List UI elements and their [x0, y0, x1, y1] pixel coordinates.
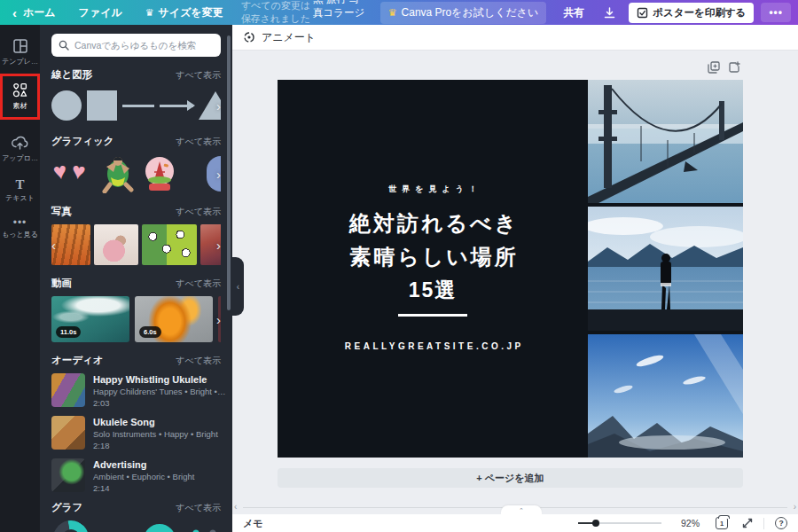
photo-thumbnail[interactable] [142, 224, 197, 265]
poster-title-line1[interactable]: 絶対訪れるべき [278, 209, 588, 238]
resize-button[interactable]: ♛ サイズを変更 [140, 5, 229, 20]
chevron-left-icon: ‹ [12, 6, 19, 20]
save-status: すべての変更は保存されました [241, 0, 313, 26]
video-duration-badge: 6.0s [139, 326, 161, 338]
audio-duration: 2:14 [93, 483, 194, 493]
chevron-right-icon[interactable]: › [216, 239, 221, 252]
poster-page[interactable]: 世界を見よう！ 絶対訪れるべき 素晴らしい場所 15選 REALLYGREATS… [278, 80, 743, 458]
section-title-shapes: 線と図形 [51, 68, 92, 82]
zoom-slider[interactable] [578, 518, 661, 528]
notes-button[interactable]: メモ [243, 517, 263, 530]
statusbar-divider [763, 518, 764, 529]
chevron-left-icon[interactable]: ‹ [51, 239, 56, 252]
sidebar-item-label: 素材 [13, 101, 27, 111]
more-options-button[interactable]: ••• [761, 3, 791, 22]
shape-line[interactable] [122, 105, 154, 107]
poster-photo-column [588, 80, 743, 458]
chart-pictogram[interactable] [190, 520, 219, 532]
video-duration-badge: 11.0s [56, 326, 81, 338]
help-button[interactable]: ? [775, 517, 787, 529]
poster-divider[interactable] [398, 314, 467, 317]
canvas-workspace[interactable]: 世界を見よう！ 絶対訪れるべき 素晴らしい場所 15選 REALLYGREATS… [232, 51, 798, 514]
zoom-slider-knob[interactable] [592, 520, 599, 527]
animate-button[interactable]: アニメート [243, 30, 316, 45]
sidebar-item-elements[interactable]: 素材 [3, 76, 37, 117]
graphic-superhero[interactable] [99, 154, 137, 193]
elements-icon [12, 82, 28, 98]
audio-track-row[interactable]: Advertising Ambient • Euphoric • Bright … [51, 458, 221, 493]
section-title-graphics: グラフィック [51, 135, 114, 148]
add-page-icon[interactable] [728, 61, 740, 74]
animate-label: アニメート [262, 30, 316, 45]
sidebar-item-text[interactable]: T テキスト [3, 173, 37, 209]
file-menu-button[interactable]: ファイル [74, 5, 128, 20]
shape-square[interactable] [87, 90, 117, 121]
photo-thumbnail[interactable] [94, 224, 138, 265]
audio-title: Happy Whistling Ukulele [93, 374, 221, 385]
see-all-graphics[interactable]: すべて表示 [176, 136, 221, 148]
poster-website[interactable]: REALLYGREATSITE.CO.JP [278, 341, 588, 351]
crown-icon: ♛ [145, 8, 154, 18]
chevron-right-icon[interactable]: › [216, 168, 221, 181]
home-button[interactable]: ‹ ホーム [7, 5, 61, 20]
video-thumbnail[interactable]: 11.0s [51, 296, 129, 342]
scroll-left-icon[interactable]: ‹ [234, 503, 237, 512]
see-all-charts[interactable]: すべて表示 [176, 502, 221, 514]
see-all-shapes[interactable]: すべて表示 [176, 69, 221, 82]
chevron-left-icon: ‹ [237, 282, 239, 292]
audio-meta: Happy Whistling Ukulele Happy Childrens'… [93, 373, 221, 408]
audio-tags: Ambient • Euphoric • Bright [93, 472, 194, 481]
timeline-expand-tab[interactable]: ⌃ [501, 505, 542, 514]
sidebar-item-uploads[interactable]: アップロ… [3, 129, 37, 169]
chart-ring[interactable] [144, 524, 176, 532]
print-label: ポスターを印刷する [653, 6, 746, 20]
poster-text-block[interactable]: 世界を見よう！ 絶対訪れるべき 素晴らしい場所 15選 REALLYGREATS… [278, 80, 588, 458]
panel-scrollbar[interactable] [227, 35, 231, 310]
print-poster-button[interactable]: ポスターを印刷する [629, 3, 754, 23]
see-all-videos[interactable]: すべて表示 [176, 278, 221, 290]
download-button[interactable] [596, 4, 623, 22]
see-all-audio[interactable]: すべて表示 [176, 355, 221, 367]
shape-circle[interactable] [51, 90, 82, 121]
photos-row: ‹ › [51, 224, 221, 265]
poster-title-line2[interactable]: 素晴らしい場所 [278, 243, 588, 271]
graphic-heart-glasses[interactable]: ♥♥ [51, 158, 94, 190]
try-pro-button[interactable]: ♛ Canva Proをお試しください [380, 2, 547, 24]
audio-track-row[interactable]: Ukulele Song Solo Instruments • Happy • … [51, 416, 221, 450]
search-input[interactable] [74, 40, 214, 51]
share-button[interactable]: 共有 [555, 2, 592, 24]
section-title-charts: グラフ [51, 501, 82, 514]
resize-label: サイズを変更 [159, 5, 223, 20]
shape-arrow[interactable] [160, 105, 193, 107]
duplicate-page-icon[interactable] [708, 61, 720, 74]
video-thumbnail[interactable]: 6.0s [135, 296, 213, 342]
see-all-photos[interactable]: すべて表示 [176, 206, 221, 218]
poster-photo-mountains[interactable] [588, 334, 743, 458]
graphics-row: ♥♥ › [51, 154, 221, 193]
scroll-right-icon[interactable]: › [794, 503, 796, 512]
photo-thumbnail[interactable] [51, 224, 90, 265]
home-label: ホーム [23, 5, 56, 20]
poster-photo-man-lake[interactable] [588, 207, 743, 331]
chevron-right-icon[interactable]: › [216, 99, 221, 113]
page-indicator[interactable]: 1 [716, 517, 728, 529]
audio-track-row[interactable]: Happy Whistling Ukulele Happy Childrens'… [51, 373, 221, 408]
search-box[interactable] [51, 34, 221, 57]
add-page-button[interactable]: + ページを追加 [278, 468, 743, 488]
section-title-photos: 写真 [51, 205, 72, 218]
poster-title-line3[interactable]: 15選 [278, 277, 588, 304]
panel-collapse-tab[interactable]: ‹ [232, 257, 244, 316]
page-actions [708, 61, 740, 74]
chart-donut[interactable] [51, 520, 96, 532]
document-title[interactable]: 黒 旅行 写真コラージュ [313, 0, 370, 33]
chevron-right-icon[interactable]: › [216, 313, 221, 326]
audio-artwork [51, 373, 85, 407]
sidebar-item-more[interactable]: ••• もっと見る [3, 213, 37, 246]
poster-kicker[interactable]: 世界を見よう！ [278, 184, 588, 195]
sidebar-item-templates[interactable]: テンプレ… [3, 33, 37, 73]
templates-icon [12, 38, 28, 54]
fullscreen-button[interactable] [742, 518, 753, 528]
chart-bars[interactable] [103, 520, 129, 532]
poster-photo-bridge[interactable] [588, 80, 743, 203]
graphic-snow-globe[interactable] [142, 154, 177, 193]
